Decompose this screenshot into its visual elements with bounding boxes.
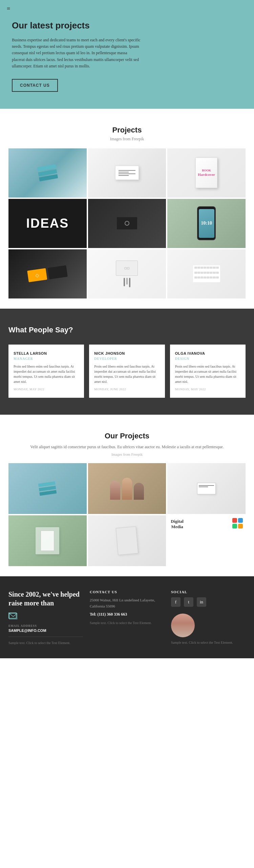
phone-mockup: 10:10 xyxy=(197,206,216,240)
test-text-2: Proin sed libero enim sed faucibus turpi… xyxy=(94,364,160,384)
op-cell-2[interactable] xyxy=(88,463,166,514)
projects-subtitle: Images from Freepik xyxy=(8,137,246,142)
test-role-1: MANAGER xyxy=(14,357,79,360)
testimonials-section: What People Say? STELLA LARSON MANAGER P… xyxy=(0,309,254,415)
projects-grid: BOOKHardcover IDEas 10:10 xyxy=(8,148,246,298)
footer-contact-address: 25000 Walnut, Hill Ln undefined Lafayett… xyxy=(90,597,164,609)
books-stack xyxy=(37,164,58,182)
facebook-icon[interactable]: f xyxy=(171,597,181,607)
our-projects-grid: DigitalMedia xyxy=(8,463,246,566)
footer-col-2: CONTACT US 25000 Walnut, Hill Ln undefin… xyxy=(90,590,164,645)
email-icon xyxy=(8,613,17,619)
testimonial-card-1: STELLA LARSON MANAGER Proin sed libero e… xyxy=(8,345,84,398)
our-projects-section: Our Projects Velit aliquet sagittis id c… xyxy=(0,415,254,576)
op-cell-3[interactable] xyxy=(167,463,246,514)
test-role-3: DESIGN xyxy=(175,357,240,360)
hero-description: Business expertise and dedicated teams t… xyxy=(12,37,141,69)
footer-small-text-1: Sample text. Click to select the Text El… xyxy=(8,641,83,645)
testimonials-title: What People Say? xyxy=(8,326,246,334)
our-projects-credit: Images from Freepik xyxy=(8,452,246,456)
avatar xyxy=(171,614,195,637)
test-text-3: Proin sed libero enim sed faucibus turpi… xyxy=(175,364,240,384)
testimonial-card-2: NICK JHONSON DEVELOPER Proin sed libero … xyxy=(89,345,165,398)
op-cell-6[interactable]: DigitalMedia xyxy=(167,515,246,566)
book-cover-mockup: BOOKHardcover xyxy=(195,158,217,188)
op-cell-4[interactable] xyxy=(8,515,87,566)
hamburger-menu[interactable]: ≡ xyxy=(7,5,10,12)
project-cell-9[interactable] xyxy=(167,249,246,298)
tel-number: (111) 360 336 663 xyxy=(98,612,127,617)
hero-title: Our latest projects xyxy=(12,20,242,31)
project-cell-5[interactable] xyxy=(88,199,166,248)
project-cell-3[interactable]: BOOKHardcover xyxy=(167,148,246,198)
footer-col-3: SOCIAL f t in Sample text. Click to sele… xyxy=(171,590,246,645)
our-projects-title: Our Projects xyxy=(8,432,246,440)
footer-grid: Since 2002, we've helped raise more than… xyxy=(8,590,246,645)
tel-label: Tel: xyxy=(90,612,97,617)
hero-section: ≡ Our latest projects Business expertise… xyxy=(0,0,254,109)
test-name-1: STELLA LARSON xyxy=(14,351,79,355)
project-cell-6[interactable]: 10:10 xyxy=(167,199,246,248)
test-date-2: MONDAY, JUNE 2022 xyxy=(94,388,160,391)
social-icons: f t in xyxy=(171,597,246,607)
testimonial-card-3: OLGA IVANOVA DESIGN Proin sed libero eni… xyxy=(170,345,246,398)
instagram-icon[interactable]: in xyxy=(197,597,206,607)
test-name-3: OLGA IVANOVA xyxy=(175,351,240,355)
ideas-text: IDEas xyxy=(26,216,69,231)
footer-divider xyxy=(8,637,83,637)
op-cell-5[interactable] xyxy=(88,515,166,566)
book-title: BOOKHardcover xyxy=(198,169,215,177)
test-date-1: MONDAY, MAY 2022 xyxy=(14,388,79,391)
project-cell-8[interactable]: ▢▢ xyxy=(88,249,166,298)
email-label: EMAIL ADDRESS xyxy=(8,624,83,627)
test-date-3: MONDAY, MAY 2022 xyxy=(175,388,240,391)
project-cell-2[interactable] xyxy=(88,148,166,198)
footer-contact-tel: Tel: (111) 360 336 663 xyxy=(90,612,164,617)
social-label: SOCIAL xyxy=(171,590,246,594)
footer-contact-label: CONTACT US xyxy=(90,590,164,594)
project-cell-1[interactable] xyxy=(8,148,87,198)
projects-section: Projects Images from Freepik xyxy=(0,109,254,309)
keyboard-mockup xyxy=(193,265,220,282)
footer-small-text-2: Sample text. Click to select the Text El… xyxy=(90,621,164,625)
twitter-icon[interactable]: t xyxy=(184,597,193,607)
our-projects-desc: Velit aliquet sagittis id consectetur pu… xyxy=(8,444,246,450)
projects-title: Projects xyxy=(8,126,246,135)
testimonials-grid: STELLA LARSON MANAGER Proin sed libero e… xyxy=(8,345,246,398)
business-card-mockup xyxy=(115,166,139,180)
op-cell-1[interactable] xyxy=(8,463,87,514)
test-name-2: NICK JHONSON xyxy=(94,351,160,355)
project-cell-7[interactable]: ◇ xyxy=(8,249,87,298)
footer-since-text: Since 2002, we've helped raise more than xyxy=(8,590,83,607)
contact-us-button[interactable]: CONTACT US xyxy=(12,79,58,92)
dark-card-mockup xyxy=(117,217,137,229)
phone-time: 10:10 xyxy=(201,221,212,226)
footer: Since 2002, we've helped raise more than… xyxy=(0,576,254,658)
test-role-2: DEVELOPER xyxy=(94,357,160,360)
footer-small-text-3: Sample text. Click to select the Text El… xyxy=(171,641,246,644)
test-text-1: Proin sed libero enim sed faucibus turpi… xyxy=(14,364,79,384)
footer-col-1: Since 2002, we've helped raise more than… xyxy=(8,590,83,645)
digital-media-mockup: DigitalMedia xyxy=(167,515,246,566)
project-cell-4[interactable]: IDEas xyxy=(8,199,87,248)
email-address: SAMPLE@INFO.COM xyxy=(8,628,83,633)
